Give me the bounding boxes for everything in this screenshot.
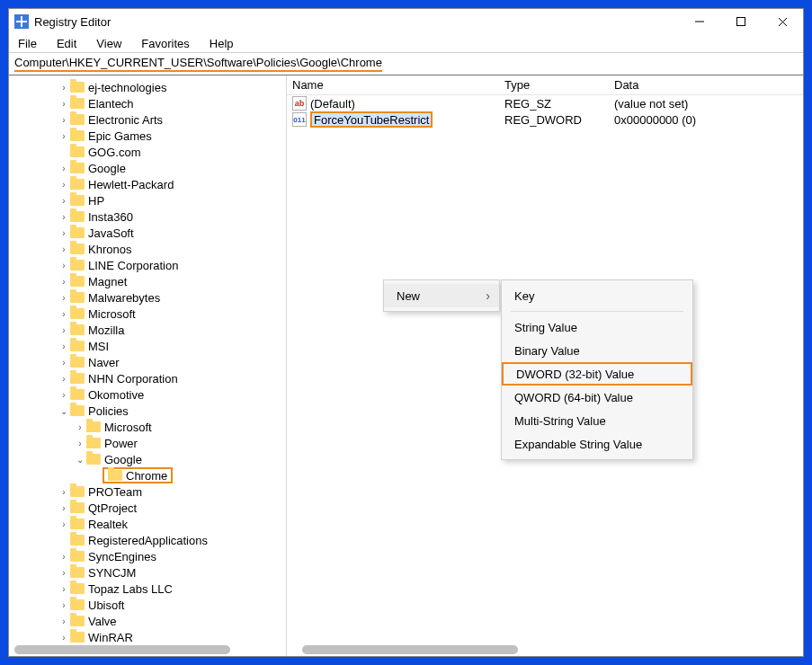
chevron-down-icon[interactable]: ⌄ [74, 455, 86, 465]
tree-item[interactable]: ›HP [9, 192, 286, 208]
tree-item[interactable]: ›GOG.com [9, 144, 286, 160]
tree-item[interactable]: ›Valve [9, 613, 286, 629]
ctx-item[interactable]: Key [502, 284, 692, 307]
tree-item[interactable]: ›Elantech [9, 95, 286, 111]
tree-scrollbar[interactable] [14, 645, 230, 654]
chevron-right-icon[interactable]: › [58, 616, 70, 626]
chevron-right-icon[interactable]: › [58, 374, 70, 384]
tree-item[interactable]: ›Topaz Labs LLC [9, 581, 286, 597]
tree-item[interactable]: ›LINE Corporation [9, 257, 286, 273]
chevron-right-icon[interactable]: › [58, 600, 70, 610]
close-button[interactable] [762, 9, 803, 34]
chevron-right-icon[interactable]: › [58, 212, 70, 222]
folder-icon [70, 519, 85, 529]
chevron-right-icon[interactable]: › [58, 341, 70, 351]
chevron-right-icon[interactable]: › [74, 422, 86, 432]
tree-item[interactable]: ›Naver [9, 354, 286, 370]
chevron-right-icon[interactable]: › [58, 325, 70, 335]
tree-label: MSI [88, 340, 109, 353]
chevron-right-icon[interactable]: › [58, 503, 70, 513]
minimize-button[interactable] [679, 9, 720, 34]
tree-item[interactable]: ›MSI [9, 338, 286, 354]
chevron-right-icon[interactable]: › [58, 261, 70, 270]
chevron-right-icon[interactable]: › [58, 568, 70, 578]
ctx-label: DWORD (32-bit) Value [516, 368, 634, 381]
chevron-right-icon[interactable]: › [58, 293, 70, 303]
chevron-right-icon[interactable]: › [58, 277, 70, 287]
tree-item[interactable]: ›PROTeam [9, 483, 286, 500]
tree-item[interactable]: ›Okomotive [9, 386, 286, 403]
chevron-right-icon[interactable]: › [58, 519, 70, 529]
list-row[interactable]: 011ForceYouTubeRestrictREG_DWORD0x000000… [287, 111, 803, 128]
tree-item[interactable]: ›SYNCJM [9, 564, 286, 581]
tree-item[interactable]: ›Electronic Arts [9, 111, 286, 128]
tree-item[interactable]: ›Epic Games [9, 128, 286, 144]
selected-tree-item[interactable]: Chrome [103, 467, 173, 483]
tree-item[interactable]: ⌄Policies [9, 403, 286, 419]
ctx-item[interactable]: QWORD (64-bit) Value [502, 386, 692, 409]
col-header-name[interactable]: Name [292, 78, 504, 92]
chevron-right-icon[interactable]: › [58, 552, 70, 562]
col-header-type[interactable]: Type [504, 78, 614, 92]
folder-icon [70, 599, 85, 610]
tree-item[interactable]: ›Chrome [9, 467, 286, 483]
tree-item[interactable]: ›Power [9, 435, 286, 451]
ctx-item[interactable]: Binary Value [502, 339, 692, 362]
list-row[interactable]: ab(Default)REG_SZ(value not set) [287, 95, 803, 111]
tree-item[interactable]: ›Mozilla [9, 322, 286, 338]
tree-item[interactable]: ›Khronos [9, 241, 286, 257]
chevron-right-icon[interactable]: › [58, 196, 70, 206]
tree-item[interactable]: ›Magnet [9, 273, 286, 289]
tree-pane[interactable]: ›ej-technologies›Elantech›Electronic Art… [9, 75, 287, 656]
tree-item[interactable]: ›JavaSoft [9, 225, 286, 241]
tree-item[interactable]: ›Microsoft [9, 306, 286, 322]
tree-item[interactable]: ›Realtek [9, 516, 286, 532]
menu-help[interactable]: Help [206, 36, 237, 51]
chevron-right-icon[interactable]: › [58, 358, 70, 368]
tree-item[interactable]: ›Hewlett-Packard [9, 176, 286, 192]
ctx-item[interactable]: Multi-String Value [502, 409, 692, 432]
col-header-data[interactable]: Data [614, 78, 803, 92]
ctx-item[interactable]: String Value [502, 315, 692, 339]
tree-item[interactable]: ›ej-technologies [9, 79, 286, 95]
chevron-right-icon[interactable]: › [58, 487, 70, 497]
tree-item[interactable]: ›Insta360 [9, 208, 286, 225]
folder-icon [70, 341, 85, 351]
ctx-item[interactable]: Expandable String Value [502, 432, 692, 456]
list-scrollbar[interactable] [302, 645, 518, 654]
chevron-right-icon[interactable]: › [58, 633, 70, 643]
tree-item[interactable]: ›Microsoft [9, 419, 286, 435]
chevron-right-icon[interactable]: › [58, 390, 70, 400]
tree-item[interactable]: ›Google [9, 160, 286, 176]
tree-item[interactable]: ›Ubisoft [9, 597, 286, 613]
ctx-item-new[interactable]: New [384, 284, 499, 307]
ctx-item[interactable]: DWORD (32-bit) Value [502, 362, 692, 386]
menu-file[interactable]: File [14, 36, 40, 51]
chevron-right-icon[interactable]: › [58, 164, 70, 173]
chevron-right-icon[interactable]: › [74, 439, 86, 448]
tree-item[interactable]: ›SyncEngines [9, 548, 286, 564]
chevron-right-icon[interactable]: › [58, 584, 70, 594]
tree-item[interactable]: ⌄Google [9, 451, 286, 467]
tree-item[interactable]: ›RegisteredApplications [9, 532, 286, 548]
chevron-right-icon[interactable]: › [58, 115, 70, 125]
chevron-down-icon[interactable]: ⌄ [58, 406, 70, 416]
chevron-right-icon[interactable]: › [58, 131, 70, 141]
menu-edit[interactable]: Edit [53, 36, 80, 51]
maximize-button[interactable] [720, 9, 762, 34]
menu-view[interactable]: View [93, 36, 125, 51]
chevron-right-icon[interactable]: › [58, 244, 70, 254]
chevron-right-icon[interactable]: › [58, 228, 70, 238]
chevron-right-icon[interactable]: › [58, 309, 70, 319]
address-bar[interactable]: Computer\HKEY_CURRENT_USER\Software\Poli… [9, 52, 803, 75]
chevron-right-icon[interactable]: › [58, 180, 70, 190]
tree-label: Google [88, 162, 126, 175]
chevron-right-icon[interactable]: › [58, 83, 70, 93]
chevron-right-icon[interactable]: › [58, 99, 70, 109]
tree-item[interactable]: ›QtProject [9, 500, 286, 516]
tree-item[interactable]: ›WinRAR [9, 629, 286, 643]
tree-item[interactable]: ›Malwarebytes [9, 289, 286, 306]
context-menu-primary: New [383, 279, 500, 312]
tree-item[interactable]: ›NHN Corporation [9, 370, 286, 386]
menu-favorites[interactable]: Favorites [138, 36, 192, 51]
